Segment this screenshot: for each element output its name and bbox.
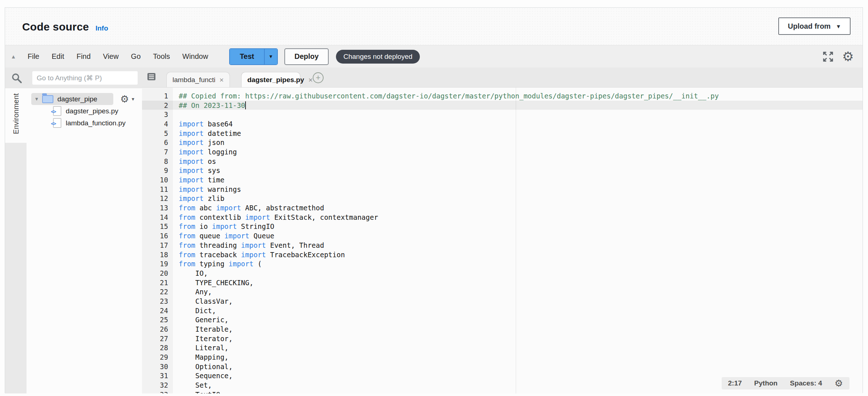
info-link[interactable]: Info bbox=[96, 24, 108, 32]
code-line-19[interactable]: 19from typing import ( bbox=[142, 259, 863, 268]
line-content: from threading import Event, Thread bbox=[173, 241, 324, 249]
menu-item-view[interactable]: View bbox=[97, 49, 125, 64]
code-line-27[interactable]: 27 Iterator, bbox=[142, 334, 863, 343]
code-line-13[interactable]: 13from abc import ABC, abstractmethod bbox=[142, 203, 863, 213]
fullscreen-icon[interactable] bbox=[823, 51, 833, 62]
code-line-10[interactable]: 10import time bbox=[142, 175, 863, 185]
close-icon[interactable]: × bbox=[219, 76, 224, 84]
statusbar-settings-gear-icon[interactable]: ⚙ bbox=[835, 379, 843, 388]
close-icon[interactable]: × bbox=[308, 76, 313, 84]
line-number: 15 bbox=[142, 222, 173, 230]
line-content: from traceback import TracebackException bbox=[173, 251, 345, 259]
code-line-6[interactable]: 6import json bbox=[142, 138, 863, 147]
code-line-12[interactable]: 12import zlib bbox=[142, 194, 863, 203]
tree-settings-button[interactable]: ⚙ ▼ bbox=[120, 94, 135, 104]
tree-file-dagster_pipes.py[interactable]: <>dagster_pipes.py bbox=[27, 105, 142, 117]
code-line-9[interactable]: 9import sys bbox=[142, 166, 863, 175]
code-line-15[interactable]: 15from io import StringIO bbox=[142, 222, 863, 231]
code-line-7[interactable]: 7import logging bbox=[142, 147, 863, 157]
tab-dagster-pipes[interactable]: dagster_pipes.py × bbox=[241, 72, 300, 87]
line-content: import sys bbox=[173, 166, 220, 174]
menu-item-window[interactable]: Window bbox=[177, 49, 214, 64]
code-line-26[interactable]: 26 Iterable, bbox=[142, 324, 863, 334]
test-dropdown-button[interactable]: ▼ bbox=[264, 49, 277, 64]
menu-item-file[interactable]: File bbox=[22, 49, 45, 64]
code-line-28[interactable]: 28 Literal, bbox=[142, 343, 863, 353]
tab-bar: lambda_function. × dagster_pipes.py × + bbox=[142, 68, 863, 88]
code-line-17[interactable]: 17from threading import Event, Thread bbox=[142, 241, 863, 250]
code-line-3[interactable]: 3 bbox=[142, 110, 863, 119]
code-line-29[interactable]: 29 Mapping, bbox=[142, 352, 863, 362]
line-number: 16 bbox=[142, 232, 173, 240]
file-label: lambda_function.py bbox=[66, 119, 126, 127]
indent-setting[interactable]: Spaces: 4 bbox=[790, 379, 822, 387]
code-line-4[interactable]: 4import base64 bbox=[142, 119, 863, 129]
panel-header: Code source Info Upload from ▼ bbox=[5, 8, 863, 45]
test-button[interactable]: Test bbox=[230, 49, 264, 64]
python-file-icon: <> bbox=[53, 106, 61, 116]
line-content: TextIO, bbox=[173, 391, 224, 393]
line-number: 27 bbox=[142, 335, 173, 343]
chevron-down-icon: ▼ bbox=[836, 23, 841, 29]
code-line-2[interactable]: 2## On 2023-11-30 bbox=[142, 101, 863, 110]
code-line-8[interactable]: 8import os bbox=[142, 157, 863, 166]
changes-not-deployed-badge: Changes not deployed bbox=[336, 50, 419, 64]
upload-from-button[interactable]: Upload from ▼ bbox=[778, 17, 851, 35]
code-line-16[interactable]: 16from queue import Queue bbox=[142, 231, 863, 241]
menu-item-edit[interactable]: Edit bbox=[46, 49, 70, 64]
code-line-25[interactable]: 25 Generic, bbox=[142, 315, 863, 325]
line-content: import logging bbox=[173, 148, 237, 156]
code-line-1[interactable]: 1## Copied from: https://raw.githubuserc… bbox=[142, 91, 863, 101]
line-content: Iterable, bbox=[173, 325, 233, 333]
workspace: Environment ▼ dagster_pipes_funct ⚙ ▼ bbox=[5, 68, 863, 393]
code-line-11[interactable]: 11import warnings bbox=[142, 185, 863, 194]
code-line-23[interactable]: 23 ClassVar, bbox=[142, 296, 863, 306]
deploy-button[interactable]: Deploy bbox=[284, 48, 329, 65]
code-line-22[interactable]: 22 Any, bbox=[142, 287, 863, 296]
code-editor[interactable]: 1## Copied from: https://raw.githubuserc… bbox=[142, 88, 863, 393]
line-number: 25 bbox=[142, 316, 173, 324]
line-number: 24 bbox=[142, 307, 173, 315]
tree-file-lambda_function.py[interactable]: <>lambda_function.py bbox=[27, 117, 142, 129]
go-to-anything-input[interactable] bbox=[32, 71, 138, 85]
line-number: 23 bbox=[142, 297, 173, 305]
line-number: 13 bbox=[142, 204, 173, 212]
line-number: 21 bbox=[142, 279, 173, 287]
line-content: Set, bbox=[173, 381, 212, 389]
tab-list-icon[interactable] bbox=[147, 73, 157, 82]
line-content: Any, bbox=[173, 288, 212, 296]
folder-disclosure-icon[interactable]: ▼ bbox=[31, 96, 42, 102]
editor-pane: lambda_function. × dagster_pipes.py × + … bbox=[142, 68, 863, 393]
editor-settings-gear-icon[interactable]: ⚙ bbox=[842, 50, 854, 63]
code-line-20[interactable]: 20 IO, bbox=[142, 268, 863, 278]
code-line-21[interactable]: 21 TYPE_CHECKING, bbox=[142, 278, 863, 287]
code-line-33[interactable]: 33 TextIO, bbox=[142, 390, 863, 393]
environment-tab[interactable]: Environment bbox=[5, 88, 27, 143]
file-label: dagster_pipes.py bbox=[66, 107, 118, 115]
tab-lambda-function[interactable]: lambda_function. × bbox=[166, 72, 230, 87]
line-content: Dict, bbox=[173, 307, 216, 315]
line-number: 5 bbox=[142, 129, 173, 137]
menu-item-go[interactable]: Go bbox=[125, 49, 147, 64]
sidebar-icon-strip: Environment bbox=[5, 88, 27, 393]
menu-item-find[interactable]: Find bbox=[71, 49, 97, 64]
line-content: Sequence, bbox=[173, 372, 233, 380]
test-button-group[interactable]: Test ▼ bbox=[229, 48, 278, 65]
new-tab-button[interactable]: + bbox=[313, 72, 324, 83]
code-line-18[interactable]: 18from traceback import TracebackExcepti… bbox=[142, 250, 863, 259]
text-cursor bbox=[245, 101, 246, 109]
language-mode[interactable]: Python bbox=[754, 379, 778, 387]
menu-item-tools[interactable]: Tools bbox=[147, 49, 176, 64]
code-line-24[interactable]: 24 Dict, bbox=[142, 306, 863, 315]
collapse-panel-icon[interactable]: ▲ bbox=[5, 53, 22, 60]
sidebar: Environment ▼ dagster_pipes_funct ⚙ ▼ bbox=[5, 68, 142, 393]
code-line-30[interactable]: 30 Optional, bbox=[142, 362, 863, 371]
environment-tab-label: Environment bbox=[12, 93, 20, 134]
cursor-position[interactable]: 2:17 bbox=[728, 379, 742, 387]
line-content: ## On 2023-11-30 bbox=[173, 101, 246, 109]
tree-folder-row[interactable]: ▼ dagster_pipes_funct ⚙ ▼ bbox=[27, 93, 142, 105]
code-line-14[interactable]: 14from contextlib import ExitStack, cont… bbox=[142, 213, 863, 222]
code-line-5[interactable]: 5import datetime bbox=[142, 129, 863, 138]
line-content: Literal, bbox=[173, 344, 228, 352]
line-number: 20 bbox=[142, 269, 173, 277]
